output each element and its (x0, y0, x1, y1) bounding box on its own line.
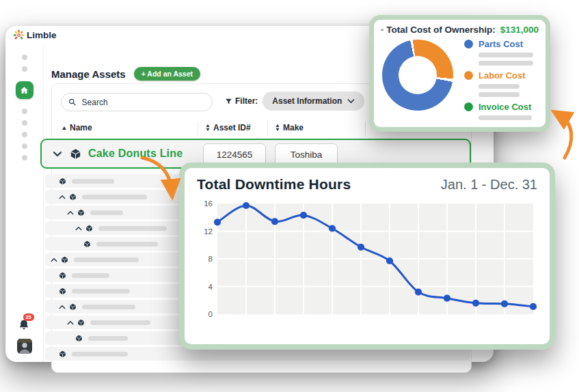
skeleton-text (479, 61, 533, 66)
sidebar-skeleton-item[interactable] (22, 120, 27, 126)
legend-dot (464, 71, 473, 80)
asset-cube-icon (69, 303, 77, 311)
svg-text:16: 16 (204, 199, 213, 208)
cost-of-ownership-card: Total Cost of Ownership: $131,000 Parts … (369, 15, 550, 132)
asset-cube-icon (69, 193, 77, 201)
asset-cube-icon (59, 272, 66, 279)
legend-label: Labor Cost (479, 70, 526, 81)
downtime-title: Total Downtime Hours (197, 176, 351, 193)
sidebar-skeleton-item[interactable] (22, 109, 27, 114)
asset-cube-icon (70, 148, 81, 160)
asset-name[interactable]: Cake Donuts Line (88, 148, 183, 160)
search-box[interactable] (61, 93, 213, 111)
marketing-composite: Limble 35 (0, 0, 579, 392)
sidebar-skeleton-item[interactable] (22, 66, 27, 72)
search-icon (68, 98, 77, 107)
column-header-make[interactable]: Make (275, 123, 304, 132)
sort-both-icon (206, 124, 209, 131)
search-input[interactable] (81, 97, 205, 108)
brand-name: Limble (27, 30, 57, 40)
chevron-down-icon[interactable] (53, 151, 62, 157)
legend-item: Parts Cost (464, 39, 533, 66)
home-icon (19, 85, 29, 96)
asset-cube-icon (85, 225, 93, 232)
chevron-up-icon[interactable] (75, 226, 82, 231)
chevron-up-icon[interactable] (67, 320, 74, 325)
chevron-up-icon[interactable] (59, 195, 66, 199)
sidebar-skeleton-item[interactable] (22, 155, 27, 160)
asset-cube-icon (83, 240, 91, 248)
skeleton-text (98, 226, 167, 231)
skeleton-text (479, 92, 520, 97)
skeleton-text (479, 53, 533, 57)
chevron-up-icon[interactable] (59, 305, 66, 309)
sidebar-skeleton-item[interactable] (22, 143, 27, 149)
legend-label: Parts Cost (479, 39, 523, 49)
legend-dot (464, 102, 473, 111)
filter-dropdown[interactable]: Asset Information (262, 92, 364, 111)
sidebar-nav: 35 (5, 44, 44, 362)
downtime-period: Jan. 1 - Dec. 31 (441, 177, 537, 193)
asset-cube-icon (59, 178, 66, 185)
page-title: Manage Assets (51, 68, 126, 80)
funnel-icon (225, 98, 232, 105)
avatar[interactable] (17, 339, 32, 354)
sort-both-icon (275, 124, 279, 131)
curved-arrow-right (560, 115, 571, 158)
chevron-down-icon (347, 98, 355, 104)
downtime-chart: 0481216 (197, 199, 537, 324)
notification-badge: 35 (23, 313, 34, 321)
skeleton-text (72, 352, 128, 356)
legend-label: Invoice Cost (479, 102, 531, 112)
asset-cube-icon (75, 335, 83, 342)
skeleton-text (72, 273, 109, 278)
skeleton-text (90, 210, 123, 215)
legend-item: Invoice Cost (464, 102, 533, 120)
asset-cube-icon (59, 288, 66, 295)
sidebar-skeleton-items (22, 48, 27, 78)
skeleton-text (74, 257, 139, 262)
chevron-up-icon[interactable] (51, 257, 57, 262)
sidebar-skeleton-item[interactable] (22, 55, 27, 60)
legend-dot (464, 40, 473, 48)
column-header-name[interactable]: Name (62, 123, 92, 132)
svg-text:0: 0 (208, 310, 213, 318)
sidebar-skeleton-items (22, 102, 27, 167)
skeleton-text (479, 84, 520, 89)
user-photo (17, 339, 32, 354)
chevron-up-icon[interactable] (67, 210, 74, 215)
total-cost-value: $131,000 (500, 25, 539, 35)
add-asset-button[interactable]: + Add an Asset (134, 67, 200, 81)
downtime-header: Total Downtime Hours Jan. 1 - Dec. 31 (197, 176, 537, 193)
notifications-button[interactable]: 35 (17, 318, 32, 333)
skeleton-text (72, 289, 130, 294)
downtime-line-chart: 0481216 (197, 199, 537, 321)
filter-group: Filter: Asset Information (225, 92, 364, 111)
bar-chart-icon (381, 25, 383, 35)
skeleton-text (72, 179, 114, 184)
svg-text:4: 4 (208, 283, 213, 291)
asset-cube-icon (59, 350, 66, 358)
asset-cube-icon (77, 319, 85, 326)
column-header-asset-id[interactable]: Asset ID# (206, 123, 251, 132)
skeleton-text (479, 115, 532, 120)
cost-legend: Parts CostLabor CostInvoice Cost (464, 38, 533, 120)
asset-cube-icon (77, 209, 85, 216)
sidebar-item-home[interactable] (16, 81, 33, 99)
svg-text:8: 8 (208, 255, 213, 263)
downtime-card: Total Downtime Hours Jan. 1 - Dec. 31 04… (179, 163, 555, 350)
svg-text:12: 12 (204, 227, 213, 236)
skeleton-text (82, 305, 135, 309)
sidebar-skeleton-item[interactable] (22, 132, 27, 137)
asset-cube-icon (61, 256, 68, 264)
limble-gear-logo (13, 29, 25, 41)
legend-item: Labor Cost (464, 70, 533, 97)
skeleton-text (96, 242, 158, 247)
page-header: Manage Assets + Add an Asset (51, 67, 200, 81)
skeleton-text (90, 320, 150, 325)
brand-logo[interactable]: Limble (13, 29, 57, 41)
cost-card-body: Parts CostLabor CostInvoice Cost (381, 38, 539, 120)
cost-card-title: Total Cost of Ownership: $131,000 (381, 25, 539, 35)
skeleton-text (88, 336, 128, 341)
sidebar-bottom: 35 (17, 318, 32, 362)
